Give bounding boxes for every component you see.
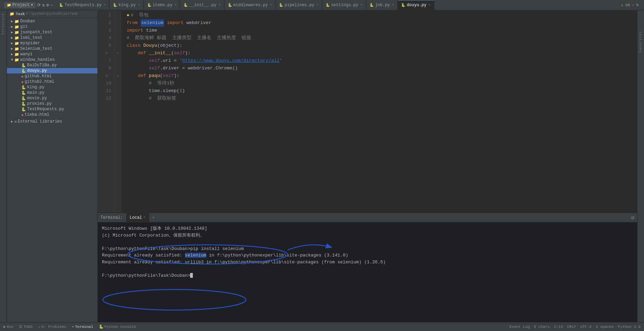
close-icon[interactable]: ×: [316, 3, 318, 7]
todo-button[interactable]: ☰ TODO: [19, 324, 32, 329]
keyword-import: import: [127, 27, 143, 34]
sync-icon[interactable]: ⟳: [37, 2, 41, 8]
tree-item-baidutiba[interactable]: ▶ 🐍 BaiDuTiBa.py: [7, 62, 97, 68]
tree-item-wanyi[interactable]: ▶ 📁 wanyi: [7, 52, 97, 57]
tab-settings[interactable]: 🐍 settings.py ×: [322, 0, 366, 10]
module-selenium: selenium: [141, 19, 164, 27]
terminal-settings-icon[interactable]: ⚙: [631, 214, 634, 221]
object-ref: object: [160, 42, 177, 49]
folder-icon: 📁: [10, 12, 14, 16]
folder-icon: 📁: [14, 52, 19, 57]
spacer: ▶: [16, 96, 21, 100]
code-line-4: # 爬取海鲜 标题 主播类型 主播名 主播热度 链接: [127, 34, 637, 42]
tab-douyu[interactable]: 🐍 douyu.py ×: [398, 0, 434, 10]
terminal-label: Terminal:: [101, 215, 126, 220]
tree-item-myspider[interactable]: ▶ 📁 myspider: [7, 41, 97, 46]
close-icon[interactable]: ×: [104, 3, 106, 7]
paren-close: ):: [177, 42, 182, 49]
py-icon: 🐍: [326, 3, 330, 7]
tree-item-douyu-py[interactable]: ▶ 🐍 douyu.py: [7, 68, 97, 73]
code-line-3: import time: [127, 27, 637, 34]
git-icon[interactable]: ⇅: [42, 2, 45, 8]
structure-sidebar: Structure: [0, 10, 7, 322]
spacer: ▶: [16, 80, 21, 84]
todo-label: TODO: [23, 325, 32, 329]
code-line-11: time . sleep( 1 ): [127, 87, 637, 95]
tree-item-jsonpath[interactable]: ▶ 📁 jsonpath_test: [7, 30, 97, 35]
encoding: UTF-8: [580, 325, 592, 329]
folder-icon: 📁: [14, 19, 19, 24]
minimize-icon[interactable]: —: [50, 2, 53, 8]
settings-icon[interactable]: ⚙: [46, 2, 49, 8]
event-log-link[interactable]: Event Log: [510, 325, 530, 329]
tree-item-testrequests-py[interactable]: ▶ 🐍 TestRequests.py: [7, 106, 97, 112]
line-num-4: 4: [98, 34, 111, 42]
tree-item-douban[interactable]: ▶ 📁 Douban: [7, 19, 97, 24]
tree-item-proxies-py[interactable]: ▶ 🐍 proxies.py: [7, 101, 97, 106]
item-label: tieba.html: [25, 112, 49, 117]
tab-middlewares[interactable]: 🐍 middlewares.py ×: [224, 0, 276, 10]
spacer: ▶: [16, 113, 21, 117]
spacer: ▶: [16, 69, 21, 73]
spacer: ▶: [16, 85, 21, 89]
terminal-content[interactable]: Microsoft Windows [版本 10.0.19042.1348] (…: [98, 222, 637, 322]
fold-arrow-9[interactable]: ▾: [115, 72, 121, 80]
tree-item-king-py[interactable]: ▶ 🐍 king.py: [7, 84, 97, 90]
close-icon[interactable]: ×: [270, 3, 272, 7]
comment-text: # 爬取海鲜 标题 主播类型 主播名 主播热度 链接: [127, 34, 251, 42]
code-line-6: def __init__ ( self ):: [127, 49, 637, 57]
tree-item-lxml[interactable]: ▶ 📁 lxml_test: [7, 35, 97, 41]
char-count: 8 chars: [534, 325, 550, 329]
terminal-button[interactable]: ▪ Terminal: [72, 325, 93, 329]
num-1: 1: [179, 87, 182, 95]
terminal-tab-local[interactable]: Local ×: [126, 213, 149, 222]
close-icon[interactable]: ×: [138, 3, 140, 7]
close-icon[interactable]: ×: [360, 3, 362, 7]
problems-label: 6: Problems: [41, 325, 66, 329]
tab-job[interactable]: 🐍 job.py ×: [366, 0, 398, 10]
code-content[interactable]: ● # 导包 from selenium import webdriver: [121, 10, 637, 212]
new-terminal-button[interactable]: +: [149, 215, 157, 220]
run-button[interactable]: ▶ Run: [3, 324, 13, 329]
tree-item-git[interactable]: ▶ 📁 git: [7, 24, 97, 30]
fold-arrow-6[interactable]: ▾: [115, 49, 121, 57]
close-icon[interactable]: ×: [219, 3, 221, 7]
self-ref: self: [149, 57, 160, 65]
url-value: https://www.douyu.com/directory/all: [182, 57, 280, 65]
project-button[interactable]: 📁 Project ▼: [4, 2, 36, 8]
tree-item-external-libs[interactable]: ▶ ⊞ External Libraries: [7, 119, 97, 124]
terminal-line-6: F:\python\pythonFile\Task\Douban>: [102, 272, 633, 279]
attr-driver: driver: [163, 65, 179, 72]
tree-item-main-py[interactable]: ▶ 🐍 main.py: [7, 90, 97, 95]
python-console-label: Python Console: [105, 325, 136, 329]
keyword-import: import: [167, 19, 184, 27]
problems-button[interactable]: ⚠ 6: Problems: [38, 324, 66, 329]
close-icon[interactable]: ×: [429, 3, 431, 7]
structure-label: Structure: [1, 13, 5, 35]
tab-label: pipelines.py: [284, 3, 314, 8]
tab-pipelines[interactable]: 🐍 pipelines.py ×: [276, 0, 322, 10]
close-icon[interactable]: ×: [174, 3, 176, 7]
tab-items[interactable]: 🐍 items.py ×: [144, 0, 180, 10]
python-console-button[interactable]: 🐍 Python Console: [99, 324, 136, 329]
terminal-line-5: Requirement already satisfied: urllib3 i…: [102, 259, 633, 266]
spacer: ▶: [16, 74, 21, 78]
module-time-ref: time: [149, 87, 160, 95]
dot: .: [160, 65, 163, 72]
tab-test-requests[interactable]: 🐍 TestRequests.py ×: [56, 0, 109, 10]
tree-item-github-html[interactable]: ▶ ◈ github.html: [7, 73, 97, 79]
line-num-12: 12: [98, 95, 111, 102]
tree-item-selenium[interactable]: ▶ 📁 Selenium_test: [7, 46, 97, 52]
keyword-class: class: [127, 42, 141, 49]
tab-label: middlewares.py: [233, 3, 268, 8]
tree-item-window-handles[interactable]: ▼ 📁 window_handles: [7, 57, 97, 62]
close-icon[interactable]: ×: [392, 3, 394, 7]
tree-item-movie-py[interactable]: ▶ 🐍 movie.py: [7, 95, 97, 101]
tree-item-tieba-html[interactable]: ▶ ◈ tieba.html: [7, 112, 97, 117]
tab-king[interactable]: 🐍 king.py ×: [109, 0, 143, 10]
close-icon[interactable]: ×: [143, 216, 145, 219]
py-icon: 🐍: [147, 3, 151, 7]
tree-item-github2-html[interactable]: ▶ ◈ github2.html: [7, 79, 97, 84]
tab-init[interactable]: 🐍 __init__.py ×: [180, 0, 224, 10]
project-dropdown-icon: ▼: [31, 3, 33, 7]
